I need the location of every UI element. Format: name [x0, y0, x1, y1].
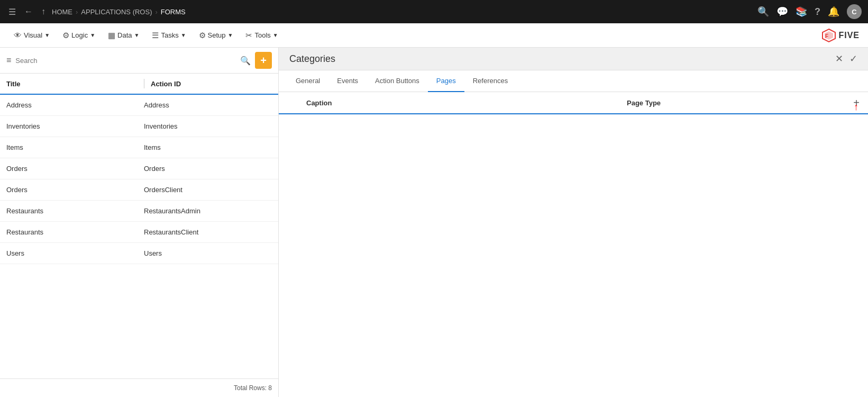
- book-icon[interactable]: 📚: [796, 6, 807, 17]
- row-action-id: OrdersClient: [144, 186, 272, 194]
- visual-nav[interactable]: 👁 Visual ▼: [8, 28, 55, 43]
- logic-nav[interactable]: ⚙ Logic ▼: [57, 28, 100, 43]
- header-actions: ✕ ✓: [835, 53, 857, 65]
- row-title: Users: [6, 249, 144, 257]
- forms-nav[interactable]: FORMS: [161, 8, 186, 16]
- row-action-id: RestaurantsAdmin: [144, 207, 272, 215]
- user-avatar[interactable]: C: [847, 4, 862, 19]
- table-row[interactable]: Orders Orders: [0, 158, 278, 179]
- tasks-icon: ☰: [152, 31, 159, 40]
- setup-icon: ⚙: [199, 31, 206, 40]
- tools-arrow: ▼: [273, 32, 278, 38]
- tab-pages[interactable]: Pages: [428, 70, 464, 92]
- tabs-bar: General Events Action Buttons Pages Refe…: [279, 70, 868, 92]
- svg-text:F: F: [825, 33, 828, 39]
- main-content: ≡ 🔍 + Title Action ID Address Address In…: [0, 48, 868, 397]
- row-title: Items: [6, 143, 144, 151]
- table-row[interactable]: Inventories Inventories: [0, 116, 278, 137]
- row-title: Orders: [6, 165, 144, 173]
- back-icon[interactable]: ←: [22, 5, 35, 19]
- visual-arrow: ▼: [44, 32, 50, 38]
- logic-icon: ⚙: [62, 31, 69, 40]
- sec-bar-left: 👁 Visual ▼ ⚙ Logic ▼ ▦ Data ▼ ☰ Tasks ▼ …: [8, 28, 284, 43]
- right-panel-header: Categories ✕ ✓: [279, 48, 868, 70]
- tab-action-buttons[interactable]: Action Buttons: [367, 70, 428, 92]
- table-row[interactable]: Items Items: [0, 137, 278, 158]
- visual-label: Visual: [24, 31, 42, 39]
- table-row[interactable]: Orders OrdersClient: [0, 179, 278, 201]
- row-title: Inventories: [6, 122, 144, 130]
- panel-title: Categories: [289, 53, 335, 65]
- row-title: Restaurants: [6, 207, 144, 215]
- data-label: Data: [117, 31, 132, 39]
- tab-events[interactable]: Events: [328, 70, 367, 92]
- five-logo-text: FIVE: [838, 31, 860, 40]
- bell-icon[interactable]: 🔔: [828, 6, 839, 17]
- add-button[interactable]: +: [255, 52, 272, 69]
- column-divider: [144, 79, 144, 88]
- setup-nav[interactable]: ⚙ Setup ▼: [194, 28, 239, 43]
- right-panel: Categories ✕ ✓ General Events Action But…: [279, 48, 868, 397]
- confirm-button[interactable]: ✓: [849, 53, 857, 65]
- table-row[interactable]: Address Address: [0, 95, 278, 116]
- red-arrow-indicator: ↑: [854, 102, 858, 113]
- tasks-arrow: ▼: [181, 32, 186, 38]
- caption-col-header: Caption: [306, 99, 627, 107]
- five-logo-icon: F: [821, 28, 836, 43]
- row-action-id: Orders: [144, 165, 272, 173]
- row-action-id: Users: [144, 249, 272, 257]
- search-icon[interactable]: 🔍: [240, 56, 251, 66]
- menu-icon[interactable]: ☰: [6, 5, 18, 19]
- filter-icon[interactable]: ≡: [6, 56, 11, 65]
- home-nav[interactable]: HOME: [52, 8, 72, 16]
- add-col: + ↑: [838, 97, 860, 108]
- breadcrumb: HOME › APPLICATIONS (ROS) › FORMS: [52, 8, 186, 16]
- tasks-label: Tasks: [161, 31, 178, 39]
- left-panel: ≡ 🔍 + Title Action ID Address Address In…: [0, 48, 279, 397]
- help-icon[interactable]: ?: [815, 6, 820, 17]
- right-table-header: Caption Page Type + ↑: [279, 92, 868, 114]
- setup-label: Setup: [208, 31, 226, 39]
- data-nav[interactable]: ▦ Data ▼: [103, 28, 144, 43]
- nav-sep-2: ›: [155, 8, 157, 16]
- table-body: Address Address Inventories Inventories …: [0, 95, 278, 378]
- title-column-header: Title: [6, 80, 144, 88]
- data-arrow: ▼: [134, 32, 140, 38]
- row-action-id: Inventories: [144, 122, 272, 130]
- top-bar-left: ☰ ← ↑ HOME › APPLICATIONS (ROS) › FORMS: [6, 5, 753, 19]
- setup-arrow: ▼: [228, 32, 233, 38]
- tab-references[interactable]: References: [464, 70, 516, 92]
- tools-nav[interactable]: ✂ Tools ▼: [240, 28, 283, 43]
- left-panel-toolbar: ≡ 🔍 +: [0, 48, 278, 74]
- close-button[interactable]: ✕: [835, 53, 843, 65]
- applications-nav[interactable]: APPLICATIONS (ROS): [81, 8, 152, 16]
- row-action-id: Address: [144, 101, 272, 109]
- right-content-area: [279, 114, 868, 397]
- search-topbar-icon[interactable]: 🔍: [757, 6, 769, 17]
- tools-icon: ✂: [245, 31, 252, 40]
- tasks-nav[interactable]: ☰ Tasks ▼: [147, 28, 191, 43]
- table-row[interactable]: Users Users: [0, 243, 278, 264]
- up-icon[interactable]: ↑: [39, 5, 48, 19]
- tab-general[interactable]: General: [287, 70, 328, 92]
- page-type-col-header: Page Type: [627, 99, 838, 107]
- action-id-column-header: Action ID: [151, 80, 272, 88]
- nav-sep-1: ›: [76, 8, 78, 16]
- search-box: 🔍: [15, 56, 251, 66]
- tools-label: Tools: [254, 31, 270, 39]
- table-row[interactable]: Restaurants RestaurantsAdmin: [0, 201, 278, 222]
- table-footer: Total Rows: 8: [0, 378, 278, 397]
- logic-label: Logic: [71, 31, 88, 39]
- row-title: Orders: [6, 186, 144, 194]
- row-action-id: Items: [144, 143, 272, 151]
- data-icon: ▦: [108, 31, 115, 40]
- five-logo: F FIVE: [821, 28, 860, 43]
- logic-arrow: ▼: [90, 32, 95, 38]
- secondary-navigation-bar: 👁 Visual ▼ ⚙ Logic ▼ ▦ Data ▼ ☰ Tasks ▼ …: [0, 23, 868, 48]
- chat-icon[interactable]: 💬: [776, 6, 788, 17]
- search-input[interactable]: [15, 57, 237, 65]
- top-bar-right: 🔍 💬 📚 ? 🔔 C: [757, 4, 862, 19]
- table-header: Title Action ID: [0, 74, 278, 95]
- row-action-id: RestaurantsClient: [144, 228, 272, 236]
- table-row[interactable]: Restaurants RestaurantsClient: [0, 222, 278, 243]
